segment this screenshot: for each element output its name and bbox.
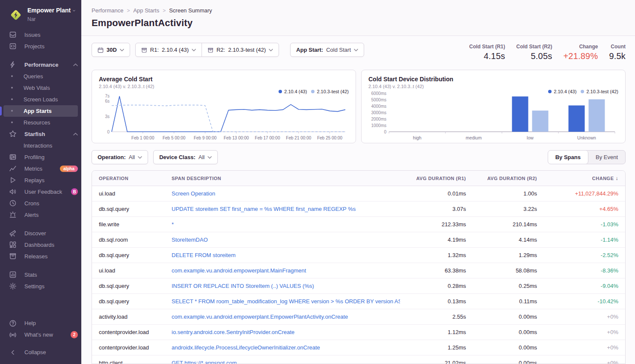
toggle-by-event[interactable]: By Event <box>588 151 625 164</box>
release-r2-button[interactable]: R2: 2.10.3-test (42) <box>202 43 279 56</box>
crons-icon <box>9 199 17 207</box>
sidebar-item-dashboards[interactable]: Dashboards <box>3 239 78 251</box>
breadcrumb-screen-summary: Screen Summary <box>169 7 212 14</box>
app-start-type-button[interactable]: App Start: Cold Start <box>290 43 364 57</box>
sidebar-item-help[interactable]: Help <box>3 317 78 329</box>
span-description-link[interactable]: GET https://*.appspot.com <box>172 360 237 364</box>
cell-operation: db.sql.query <box>92 201 165 216</box>
stat-cold-start-r1: Cold Start (R1)4.15s <box>469 44 505 61</box>
sidebar-footer: HelpWhat's new2 <box>0 317 81 340</box>
span-description-link[interactable]: com.example.vu.android.empowerplant.Empo… <box>172 314 348 320</box>
cell-operation: db.sql.query <box>92 294 165 309</box>
span-description-link[interactable]: io.sentry.android.core.SentryInitProvide… <box>172 329 294 335</box>
sidebar-item-interactions[interactable]: Interactions <box>3 140 78 151</box>
col-avg-duration-r2[interactable]: Avg Duration (R2) <box>473 171 544 186</box>
nav-section-gap <box>0 52 81 59</box>
legend-entry[interactable]: 2.10.4 (43) <box>279 89 307 94</box>
sidebar-item-app-starts[interactable]: App Starts <box>3 105 78 117</box>
col-avg-duration-r1[interactable]: Avg Duration (R1) <box>400 171 473 186</box>
sidebar-item-issues[interactable]: Issues <box>3 29 78 41</box>
operation-filter-button[interactable]: Operation: All <box>92 150 148 164</box>
sidebar-item-releases[interactable]: Releases <box>3 251 78 262</box>
stat-cold-start-r2: Cold Start (R2)5.05s <box>516 44 552 61</box>
sidebar: Empower Plant Nar IssuesProjectsPerforma… <box>0 0 81 364</box>
sidebar-item-metrics[interactable]: Metricsalpha <box>3 163 78 175</box>
col-operation[interactable]: Operation <box>92 171 165 186</box>
table-row: file.write*212.33ms210.14ms-1.03% <box>92 216 625 232</box>
span-description-link[interactable]: SELECT * FROM room_table_modification_lo… <box>172 298 400 305</box>
page-header: Performance > App Starts > Screen Summar… <box>81 0 635 36</box>
legend-entry[interactable]: 2.10.4 (43) <box>548 89 576 94</box>
svg-text:Feb 1 00:00: Feb 1 00:00 <box>131 136 154 140</box>
cell-change: +0% <box>544 309 625 324</box>
cell-change: +0% <box>544 355 625 364</box>
sidebar-item-collapse[interactable]: Collapse <box>3 346 78 358</box>
sidebar-item-discover[interactable]: Discover <box>3 228 78 239</box>
sidebar-item-label: App Starts <box>24 108 52 114</box>
span-description-link[interactable]: androidx.lifecycle.ProcessLifecycleOwner… <box>172 344 320 351</box>
help-icon <box>9 320 17 327</box>
cell-span-description: * <box>165 217 400 232</box>
toggle-by-spans[interactable]: By Spans <box>548 151 588 164</box>
cell-avg-duration-r1: 0.13ms <box>400 294 473 309</box>
sidebar-item-what-s-new[interactable]: What's new2 <box>3 329 78 340</box>
legend-label: 2.10.4 (43) <box>284 89 307 94</box>
sidebar-item-label: User Feedback <box>24 189 62 195</box>
metrics-icon <box>9 165 17 172</box>
sidebar-item-performance[interactable]: Performance <box>3 59 78 71</box>
cell-operation: contentprovider.load <box>92 340 165 355</box>
sidebar-item-web-vitals[interactable]: Web Vitals <box>3 82 78 94</box>
profiling-icon <box>9 153 17 161</box>
span-description-link[interactable]: com.example.vu.android.empowerplant.Main… <box>172 267 306 274</box>
sidebar-item-resources[interactable]: Resources <box>3 117 78 128</box>
release-r1-button[interactable]: R1: 2.10.4 (43) <box>136 43 202 56</box>
sidebar-item-user-feedback[interactable]: User FeedbackB <box>3 186 78 198</box>
cell-operation: http.client <box>92 355 165 364</box>
sidebar-item-starfish[interactable]: Starfish <box>3 128 78 140</box>
device-class-filter-button[interactable]: Device Class: All <box>153 150 218 164</box>
span-description-link[interactable]: * <box>172 221 174 228</box>
device-distribution-panel: Cold Start Device Distribution 2.10.4 (4… <box>361 70 626 143</box>
span-description-link[interactable]: StoreItemDAO <box>172 237 208 243</box>
span-description-link[interactable]: INSERT OR REPLACE INTO StoreItem (..) VA… <box>172 283 314 289</box>
sidebar-item-projects[interactable]: Projects <box>3 41 78 52</box>
breadcrumb-app-starts[interactable]: App Starts <box>133 7 159 14</box>
stat-change: Change+21.89% <box>563 44 598 61</box>
sidebar-item-alerts[interactable]: Alerts <box>3 209 78 221</box>
cell-avg-duration-r1: 63.38ms <box>400 263 473 278</box>
org-switcher[interactable]: Empower Plant Nar <box>0 6 81 29</box>
table-row: ui.loadcom.example.vu.android.empowerpla… <box>92 263 625 278</box>
span-description-link[interactable]: DELETE FROM storeitem <box>172 252 236 258</box>
col-span-description[interactable]: Span Description <box>165 171 400 186</box>
cell-span-description: UPDATE storeitem SET first_name = %s WHE… <box>165 201 400 216</box>
date-range-button[interactable]: 30D <box>92 43 130 57</box>
legend-entry[interactable]: 2.10.3-test (42) <box>311 89 349 94</box>
cell-change: -9.04% <box>544 278 625 293</box>
cell-avg-duration-r1: 2.55s <box>400 309 473 324</box>
sidebar-item-stats[interactable]: Stats <box>3 269 78 281</box>
sidebar-item-crons[interactable]: Crons <box>3 198 78 209</box>
date-range-value: 30D <box>107 47 117 53</box>
svg-text:Feb 17 00:00: Feb 17 00:00 <box>255 136 280 140</box>
col-change[interactable]: Change ↓ <box>544 171 625 186</box>
span-description-link[interactable]: Screen Operation <box>172 190 215 197</box>
alpha-badge: alpha <box>60 166 78 172</box>
legend-entry[interactable]: 2.10.3-test (42) <box>581 89 618 94</box>
sidebar-item-profiling[interactable]: Profiling <box>3 151 78 163</box>
sidebar-item-label: Settings <box>24 283 45 290</box>
span-description-link[interactable]: UPDATE storeitem SET first_name = %s WHE… <box>172 206 356 212</box>
settings-icon <box>9 282 17 290</box>
page-title: EmpowerPlantActivity <box>92 18 625 29</box>
legend-dot-icon <box>279 90 282 93</box>
sidebar-item-replays[interactable]: Replays <box>3 175 78 186</box>
sidebar-item-settings[interactable]: Settings <box>3 281 78 292</box>
breadcrumb-performance[interactable]: Performance <box>92 7 123 14</box>
cell-avg-duration-r1: 0.01ms <box>400 186 473 201</box>
bullet-icon <box>11 98 13 100</box>
svg-text:Feb 13 00:00: Feb 13 00:00 <box>224 136 249 140</box>
sidebar-item-screen-loads[interactable]: Screen Loads <box>3 94 78 105</box>
breadcrumb-separator: > <box>163 8 166 14</box>
cell-change: -10.42% <box>544 294 625 309</box>
chevron-down-icon <box>208 156 212 159</box>
sidebar-item-queries[interactable]: Queries <box>3 71 78 82</box>
